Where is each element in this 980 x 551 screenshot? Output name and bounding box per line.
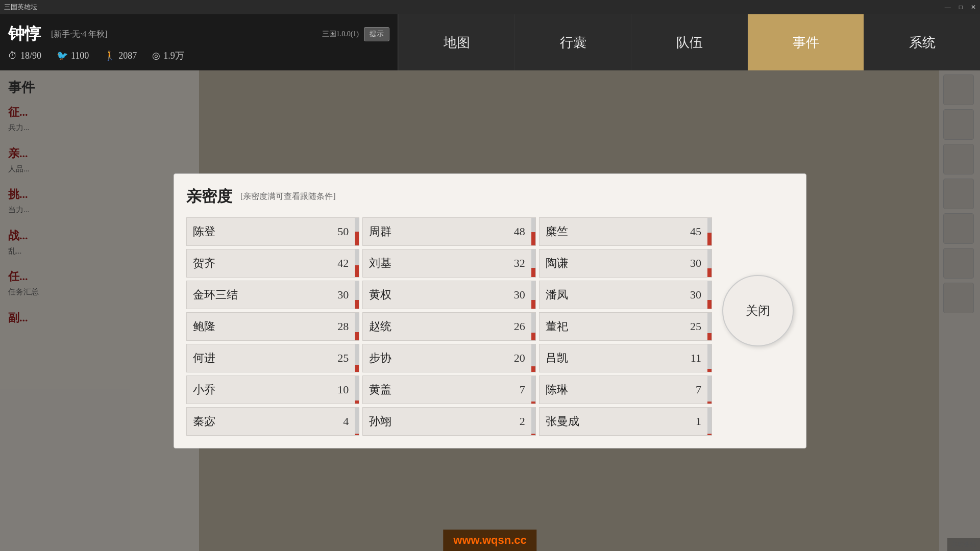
intimacy-name-14: 吕凯 [546, 350, 691, 366]
nav-buttons: 地图行囊队伍事件系统 [398, 14, 980, 70]
intimacy-item-7[interactable]: 黄权 30 [362, 281, 535, 309]
intimacy-item-13[interactable]: 步协 20 [362, 344, 535, 372]
intimacy-bar-20 [707, 434, 712, 435]
intimacy-name-8: 潘凤 [546, 287, 690, 303]
intimacy-item-18[interactable]: 秦宓 4 [186, 407, 359, 436]
intimacy-score-2: 45 [690, 225, 701, 238]
intimacy-item-11[interactable]: 董祀 25 [539, 312, 712, 341]
intimacy-item-4[interactable]: 刘基 32 [362, 249, 535, 278]
intimacy-bar-container-20 [707, 408, 712, 435]
app-title: 三国英雄坛 [4, 3, 945, 12]
intimacy-item-15[interactable]: 小乔 10 [186, 375, 359, 404]
intimacy-bar-3 [355, 265, 359, 277]
intimacy-score-9: 28 [337, 320, 349, 333]
nav-btn-队伍[interactable]: 队伍 [631, 14, 747, 70]
intimacy-score-8: 30 [690, 288, 701, 302]
topbar: 钟惇 [新手·无·4 年秋] 三国1.0.0(1) 提示 ⏱ 18/90 🐦 1… [0, 14, 980, 70]
stat-sword: 🐦 1100 [57, 50, 89, 61]
clock-icon: ⏱ [8, 51, 17, 61]
intimacy-item-20[interactable]: 张曼成 1 [539, 407, 712, 436]
intimacy-bar-container-12 [355, 344, 359, 372]
intimacy-bar-container-4 [531, 249, 535, 277]
intimacy-name-13: 步协 [369, 350, 513, 366]
intimacy-item-0[interactable]: 陈登 50 [186, 217, 359, 246]
player-info: 钟惇 [新手·无·4 年秋] 三国1.0.0(1) 提示 ⏱ 18/90 🐦 1… [0, 14, 398, 70]
intimacy-name-10: 赵统 [369, 319, 513, 334]
close-button[interactable]: 关闭 [722, 275, 794, 346]
intimacy-item-1[interactable]: 周群 48 [362, 217, 535, 246]
intimacy-item-16[interactable]: 黄盖 7 [362, 375, 535, 404]
intimacy-bar-container-9 [355, 313, 359, 340]
intimacy-bar-container-5 [707, 249, 712, 277]
titlebar: 三国英雄坛 — □ ✕ [0, 0, 980, 14]
nav-btn-系统[interactable]: 系统 [864, 14, 980, 70]
stats-row: ⏱ 18/90 🐦 1100 🚶 2087 ◎ 1.9万 [8, 49, 389, 62]
stat-time: ⏱ 18/90 [8, 51, 41, 61]
intimacy-name-12: 何进 [193, 350, 337, 366]
intimacy-score-18: 4 [343, 415, 349, 428]
intimacy-bar-container-19 [531, 408, 535, 435]
intimacy-item-17[interactable]: 陈琳 7 [539, 375, 712, 404]
intimacy-score-20: 1 [696, 415, 701, 428]
minimize-button[interactable]: — [945, 4, 951, 11]
intimacy-item-14[interactable]: 吕凯 11 [539, 344, 712, 372]
intimacy-name-3: 贺齐 [193, 256, 337, 271]
nav-btn-地图[interactable]: 地图 [398, 14, 514, 70]
intimacy-item-12[interactable]: 何进 25 [186, 344, 359, 372]
nav-btn-事件[interactable]: 事件 [747, 14, 864, 70]
intimacy-bar-container-11 [707, 313, 712, 340]
intimacy-name-20: 张曼成 [546, 414, 696, 429]
modal-overlay: 亲密度 [亲密度满可查看跟随条件] 陈登 50 周群 48 糜竺 45 贺 [0, 70, 980, 551]
intimacy-bar-container-6 [355, 281, 359, 309]
intimacy-bar-container-2 [707, 218, 712, 245]
intimacy-score-14: 11 [691, 352, 701, 365]
intimacy-score-16: 7 [520, 383, 525, 396]
nav-btn-行囊[interactable]: 行囊 [514, 14, 631, 70]
intimacy-item-10[interactable]: 赵统 26 [362, 312, 535, 341]
intimacy-bar-container-1 [531, 218, 535, 245]
intimacy-bar-container-10 [531, 313, 535, 340]
intimacy-bar-5 [707, 268, 712, 277]
intimacy-bar-10 [531, 333, 535, 340]
main-content: 事件 征... 兵力... 亲... 人品... 挑... 当力... 战...… [0, 70, 980, 551]
window-close-button[interactable]: ✕ [971, 4, 976, 11]
intimacy-name-18: 秦宓 [193, 414, 343, 429]
player-subtitle: [新手·无·4 年秋] [51, 29, 108, 40]
intimacy-bar-container-3 [355, 249, 359, 277]
intimacy-score-15: 10 [337, 383, 349, 396]
intimacy-item-2[interactable]: 糜竺 45 [539, 217, 712, 246]
intimacy-bar-container-16 [531, 376, 535, 404]
intimacy-item-9[interactable]: 鲍隆 28 [186, 312, 359, 341]
intimacy-name-2: 糜竺 [546, 224, 690, 239]
intimacy-bar-8 [707, 300, 712, 308]
person-icon: 🚶 [104, 50, 115, 61]
coin-icon: ◎ [152, 50, 160, 61]
intimacy-bar-6 [355, 300, 359, 308]
intimacy-score-19: 2 [520, 415, 525, 428]
maximize-button[interactable]: □ [959, 4, 963, 11]
intimacy-item-8[interactable]: 潘凤 30 [539, 281, 712, 309]
version-text: 三国1.0.0(1) [322, 30, 359, 39]
hint-button[interactable]: 提示 [364, 27, 389, 41]
intimacy-item-6[interactable]: 金环三结 30 [186, 281, 359, 309]
modal-header: 亲密度 [亲密度满可查看跟随条件] [186, 186, 712, 207]
intimacy-bar-0 [355, 232, 359, 245]
intimacy-bar-container-18 [355, 408, 359, 435]
intimacy-item-5[interactable]: 陶谦 30 [539, 249, 712, 278]
intimacy-item-19[interactable]: 孙翊 2 [362, 407, 535, 436]
sword-icon: 🐦 [57, 50, 68, 61]
intimacy-name-0: 陈登 [193, 224, 337, 239]
intimacy-name-4: 刘基 [369, 256, 513, 271]
watermark: www.wqsn.cc [443, 530, 536, 551]
intimacy-name-17: 陈琳 [546, 382, 696, 397]
version-block: 三国1.0.0(1) 提示 [322, 27, 389, 41]
intimacy-name-7: 黄权 [369, 287, 513, 303]
intimacy-bar-1 [531, 232, 535, 245]
coin-value: 1.9万 [163, 49, 184, 62]
intimacy-bar-12 [355, 365, 359, 372]
intimacy-bar-4 [531, 268, 535, 277]
intimacy-item-3[interactable]: 贺齐 42 [186, 249, 359, 278]
intimacy-bar-19 [531, 434, 535, 435]
intimacy-name-16: 黄盖 [369, 382, 519, 397]
intimacy-bar-container-7 [531, 281, 535, 309]
